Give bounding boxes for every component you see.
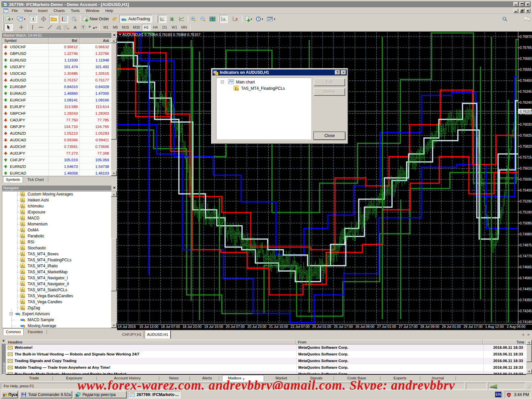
svg-text:26 Jul 09:00: 26 Jul 09:00 bbox=[355, 325, 374, 329]
svg-text:0.76870: 0.76870 bbox=[520, 35, 532, 39]
svg-text:0.74245: 0.74245 bbox=[520, 309, 532, 313]
svg-text:22 Jul 07:00: 22 Jul 07:00 bbox=[291, 325, 310, 329]
svg-text:0.76240: 0.76240 bbox=[520, 101, 532, 104]
svg-text:2 Aug 04:00: 2 Aug 04:00 bbox=[507, 325, 525, 329]
svg-text:0.74770: 0.74770 bbox=[520, 254, 532, 258]
svg-text:0.76660: 0.76660 bbox=[520, 57, 532, 61]
svg-text:27 Jul 17:00: 27 Jul 17:00 bbox=[399, 325, 418, 329]
svg-text:T: T bbox=[82, 26, 84, 29]
svg-text:0.74140: 0.74140 bbox=[520, 320, 532, 324]
svg-text:20 Jul 07:00: 20 Jul 07:00 bbox=[226, 325, 245, 329]
svg-text:0.76555: 0.76555 bbox=[520, 68, 532, 71]
svg-text:0.75610: 0.75610 bbox=[520, 167, 532, 170]
svg-text:15 Jul 13:00: 15 Jul 13:00 bbox=[139, 325, 158, 329]
svg-text:21 Jul 15:00: 21 Jul 15:00 bbox=[269, 325, 288, 329]
svg-text:0.74665: 0.74665 bbox=[520, 265, 532, 269]
svg-text:E: E bbox=[60, 28, 61, 30]
svg-text:0.74455: 0.74455 bbox=[520, 287, 532, 291]
svg-text:0.75820: 0.75820 bbox=[520, 145, 532, 148]
svg-text:28 Jul 09:00: 28 Jul 09:00 bbox=[420, 325, 439, 329]
svg-text:0.75715: 0.75715 bbox=[520, 156, 532, 159]
svg-text:0.75925: 0.75925 bbox=[520, 134, 532, 137]
svg-text:0.75190: 0.75190 bbox=[520, 210, 532, 214]
svg-text:1 Aug 12:00: 1 Aug 12:00 bbox=[485, 325, 504, 329]
svg-text:18 Jul 23:00: 18 Jul 23:00 bbox=[183, 325, 201, 329]
svg-text:29 Jul 01:00: 29 Jul 01:00 bbox=[442, 325, 461, 329]
svg-text:0.74980: 0.74980 bbox=[520, 232, 532, 236]
svg-text:0.75505: 0.75505 bbox=[520, 178, 532, 181]
svg-text:0.76157: 0.76157 bbox=[520, 110, 532, 113]
svg-text:0.75085: 0.75085 bbox=[520, 221, 532, 225]
svg-text:0.74875: 0.74875 bbox=[520, 243, 532, 247]
svg-text:25 Jul 17:00: 25 Jul 17:00 bbox=[334, 325, 353, 329]
svg-text:0.76765: 0.76765 bbox=[520, 46, 532, 50]
svg-text:0.75400: 0.75400 bbox=[520, 189, 532, 192]
svg-text:25 Jul 01:00: 25 Jul 01:00 bbox=[312, 325, 331, 329]
svg-text:0.74350: 0.74350 bbox=[520, 298, 532, 302]
svg-text:0.75295: 0.75295 bbox=[520, 200, 532, 203]
svg-text:27 Jul 01:00: 27 Jul 01:00 bbox=[377, 325, 396, 329]
svg-text:0.76030: 0.76030 bbox=[520, 123, 532, 126]
svg-text:20 Jul 23:00: 20 Jul 23:00 bbox=[247, 325, 266, 329]
svg-text:0.74560: 0.74560 bbox=[520, 276, 532, 280]
svg-text:0.76345: 0.76345 bbox=[520, 90, 532, 93]
svg-text:29 Jul 17:00: 29 Jul 17:00 bbox=[464, 325, 482, 329]
svg-text:F: F bbox=[68, 28, 69, 30]
svg-text:19 Jul 15:00: 19 Jul 15:00 bbox=[204, 325, 223, 329]
svg-text:AUDUSD,H1 0.75954 0.76183 0.7: AUDUSD,H1 0.75954 0.76183 0.75968 0.7615… bbox=[122, 33, 200, 37]
svg-text:18 Jul 07:00: 18 Jul 07:00 bbox=[161, 325, 180, 329]
svg-text:14 Jul 2016: 14 Jul 2016 bbox=[118, 325, 136, 329]
svg-text:0.76450: 0.76450 bbox=[520, 79, 532, 82]
